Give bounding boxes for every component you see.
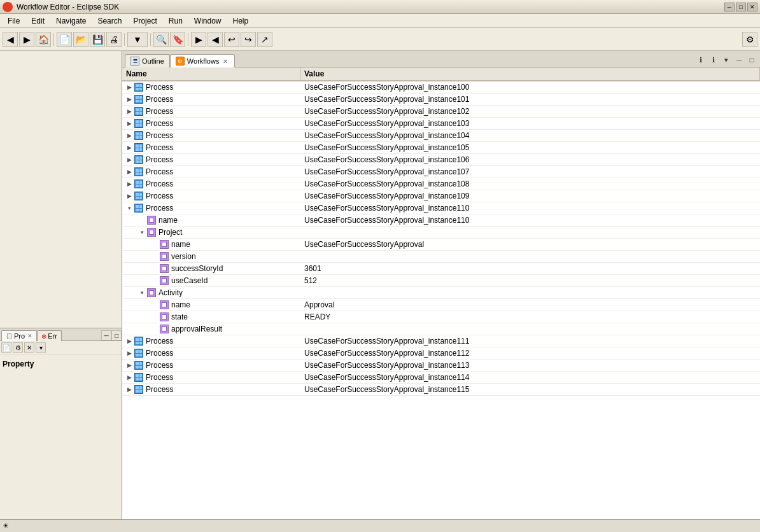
tree-table[interactable]: Name Value ▶ProcessUseCaseForSuccessStor… — [122, 67, 760, 519]
table-row[interactable]: ▾Activity — [122, 287, 760, 299]
run-button[interactable]: ▶ — [191, 32, 206, 47]
expand-button[interactable]: ▶ — [125, 155, 134, 164]
table-row[interactable]: ▶ProcessUseCaseForSuccessStoryApproval_i… — [122, 118, 760, 130]
expand-button[interactable]: ▶ — [125, 143, 134, 152]
menu-help[interactable]: Help — [228, 15, 254, 27]
new-button[interactable]: 📄 — [57, 32, 72, 47]
expand-button[interactable]: ▶ — [125, 192, 134, 200]
expand-button[interactable]: ▶ — [125, 83, 134, 92]
process-icon — [134, 179, 144, 189]
table-row[interactable]: ▶ProcessUseCaseForSuccessStoryApproval_i… — [122, 142, 760, 154]
expand-button[interactable]: ▶ — [125, 385, 134, 394]
table-row[interactable]: ▶ProcessUseCaseForSuccessStoryApproval_i… — [122, 94, 760, 106]
field-icon — [159, 263, 169, 274]
expand-button[interactable]: ▾ — [137, 228, 146, 237]
tab-dropdown-btn[interactable]: ▾ — [721, 54, 732, 66]
row-name: Process — [146, 385, 173, 394]
table-row[interactable]: ▾ProcessUseCaseForSuccessStoryApproval_i… — [122, 202, 760, 214]
dropdown-button[interactable]: ▼ — [127, 32, 148, 47]
pro-close[interactable]: ✕ — [27, 333, 32, 339]
table-row[interactable]: nameUseCaseForSuccessStoryApproval_insta… — [122, 214, 760, 227]
table-row[interactable]: ▶ProcessUseCaseForSuccessStoryApproval_i… — [122, 81, 760, 94]
panel-max-btn[interactable]: □ — [111, 330, 122, 340]
row-name: Project — [158, 228, 182, 237]
table-row[interactable]: nameUseCaseForSuccessStoryApproval — [122, 239, 760, 251]
table-row[interactable]: nameApproval — [122, 299, 760, 311]
expand-button[interactable]: ▶ — [125, 361, 134, 370]
expand-button[interactable]: ▶ — [125, 131, 134, 140]
row-value: UseCaseForSuccessStoryApproval_instance1… — [300, 191, 760, 201]
menu-file[interactable]: File — [3, 15, 25, 27]
col-header-name: Name — [122, 67, 300, 80]
table-row[interactable]: ▶ProcessUseCaseForSuccessStoryApproval_i… — [122, 166, 760, 178]
panel-tb-btn-3[interactable]: ✕ — [24, 342, 34, 353]
menu-search[interactable]: Search — [92, 15, 127, 27]
menu-edit[interactable]: Edit — [26, 15, 50, 27]
table-row[interactable]: ▶ProcessUseCaseForSuccessStoryApproval_i… — [122, 190, 760, 202]
open-button[interactable]: 📂 — [73, 32, 88, 47]
expand-button[interactable]: ▶ — [125, 373, 134, 382]
menu-window[interactable]: Window — [189, 15, 227, 27]
menu-navigate[interactable]: Navigate — [51, 15, 91, 27]
row-name: name — [171, 300, 190, 309]
settings-button[interactable]: ⚙ — [742, 32, 757, 47]
home-button[interactable]: 🏠 — [36, 32, 51, 47]
tab-max-btn[interactable]: □ — [746, 54, 757, 66]
table-row[interactable]: ▶ProcessUseCaseForSuccessStoryApproval_i… — [122, 178, 760, 190]
panel-min-btn[interactable]: ─ — [101, 330, 111, 340]
err-icon: ⊗ — [41, 333, 46, 340]
expand-button[interactable]: ▾ — [125, 204, 134, 213]
main-content: ☰ Outline ⚙ Workflows ✕ ℹ ℹ ▾ ─ □ Name V… — [122, 51, 760, 519]
expand-button[interactable]: ▶ — [125, 179, 134, 188]
workflows-close[interactable]: ✕ — [222, 57, 229, 65]
undo-button[interactable]: ↩ — [224, 32, 239, 47]
expand-button[interactable]: ▶ — [125, 349, 134, 358]
table-row[interactable]: ▶ProcessUseCaseForSuccessStoryApproval_i… — [122, 106, 760, 118]
table-row[interactable]: ▶ProcessUseCaseForSuccessStoryApproval_i… — [122, 130, 760, 142]
table-row[interactable]: stateREADY — [122, 311, 760, 323]
table-row[interactable]: ▶ProcessUseCaseForSuccessStoryApproval_i… — [122, 360, 760, 372]
expand-button[interactable]: ▶ — [125, 119, 134, 128]
field-icon — [146, 288, 157, 298]
table-row[interactable]: useCaseId512 — [122, 275, 760, 287]
search-button[interactable]: 🔍 — [153, 32, 169, 47]
table-row[interactable]: version — [122, 251, 760, 263]
table-row[interactable]: approvalResult — [122, 323, 760, 335]
back-button[interactable]: ◀ — [3, 32, 18, 47]
panel-tb-btn-1[interactable]: 📄 — [1, 342, 11, 353]
save-button[interactable]: 💾 — [90, 32, 105, 47]
table-row[interactable]: ▶ProcessUseCaseForSuccessStoryApproval_i… — [122, 347, 760, 360]
panel-tb-btn-2[interactable]: ⚙ — [13, 342, 23, 353]
expand-button[interactable]: ▶ — [125, 95, 134, 104]
row-value: UseCaseForSuccessStoryApproval — [300, 239, 760, 249]
print-button[interactable]: 🖨 — [106, 32, 122, 47]
tab-workflows[interactable]: ⚙ Workflows ✕ — [170, 54, 236, 67]
run-prev-button[interactable]: ◀ — [208, 32, 223, 47]
menu-run[interactable]: Run — [164, 15, 188, 27]
expand-button[interactable]: ▶ — [125, 107, 134, 116]
maximize-button[interactable]: □ — [736, 3, 746, 11]
tab-min-btn[interactable]: ─ — [733, 54, 745, 66]
tab-err[interactable]: ⊗ Err — [37, 330, 62, 341]
tab-pro[interactable]: 📋 Pro ✕ — [1, 330, 37, 341]
expand-button[interactable]: ▶ — [125, 337, 134, 346]
table-row[interactable]: ▶ProcessUseCaseForSuccessStoryApproval_i… — [122, 372, 760, 384]
table-row[interactable]: ▶ProcessUseCaseForSuccessStoryApproval_i… — [122, 384, 760, 396]
table-row[interactable]: ▶ProcessUseCaseForSuccessStoryApproval_i… — [122, 335, 760, 347]
forward-button[interactable]: ▶ — [19, 32, 34, 47]
expand-button[interactable]: ▾ — [137, 288, 146, 297]
table-row[interactable]: ▾Project — [122, 227, 760, 239]
table-row[interactable]: ▶ProcessUseCaseForSuccessStoryApproval_i… — [122, 154, 760, 166]
table-row[interactable]: successStoryId3601 — [122, 263, 760, 275]
info-btn-1[interactable]: ℹ — [695, 54, 707, 66]
step-button[interactable]: ↗ — [257, 32, 272, 47]
tab-outline[interactable]: ☰ Outline — [125, 54, 170, 67]
close-button[interactable]: ✕ — [747, 3, 757, 11]
minimize-button[interactable]: ─ — [724, 3, 735, 11]
expand-button[interactable]: ▶ — [125, 167, 134, 176]
info-btn-2[interactable]: ℹ — [708, 54, 719, 66]
redo-button[interactable]: ↪ — [241, 32, 256, 47]
panel-tb-dropdown[interactable]: ▾ — [36, 342, 46, 353]
bookmark-button[interactable]: 🔖 — [170, 32, 185, 47]
menu-project[interactable]: Project — [128, 15, 162, 27]
